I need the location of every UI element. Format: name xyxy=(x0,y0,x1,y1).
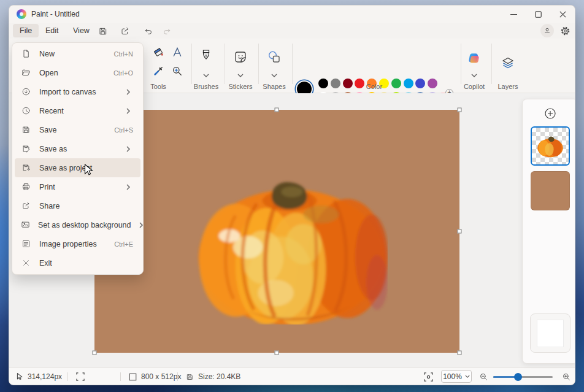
selection-size-status xyxy=(76,368,85,385)
fit-to-screen-button[interactable] xyxy=(424,368,433,385)
redo-icon[interactable] xyxy=(160,25,174,38)
canvas-handle-top-right[interactable] xyxy=(458,108,462,112)
save-project-icon xyxy=(21,163,31,172)
brushes-icon[interactable] xyxy=(199,49,213,65)
background-layer-item[interactable] xyxy=(530,313,571,353)
window-title: Paint - Untitled xyxy=(31,10,80,18)
shapes-chevron-icon[interactable] xyxy=(271,74,277,77)
menu-item-import-to-canvas[interactable]: Import to canvas xyxy=(15,82,140,101)
file-menu-dropdown: New Ctrl+N Open Ctrl+O Import to canvas … xyxy=(12,42,144,275)
selection-icon xyxy=(76,372,85,381)
copilot-icon[interactable] xyxy=(467,52,481,65)
minimize-button[interactable] xyxy=(501,6,526,23)
cursor-position-status: 314,124px xyxy=(15,368,62,385)
fill-tool-icon[interactable] xyxy=(152,45,165,59)
close-button[interactable] xyxy=(550,6,575,23)
menu-item-save-as[interactable]: Save as xyxy=(15,139,140,158)
title-bar: Paint - Untitled xyxy=(9,6,575,23)
canvas[interactable] xyxy=(94,110,459,353)
exit-icon xyxy=(21,259,31,267)
zoom-slider[interactable] xyxy=(493,376,553,378)
tools-group-label: Tools xyxy=(150,83,166,90)
undo-icon[interactable] xyxy=(142,25,155,38)
zoom-out-button[interactable] xyxy=(479,368,488,385)
menu-item-recent[interactable]: Recent xyxy=(15,101,140,120)
paint-window: Paint - Untitled File Edit View xyxy=(9,5,575,385)
zoom-slider-thumb[interactable] xyxy=(514,373,522,381)
color-swatch[interactable] xyxy=(428,79,437,88)
stickers-group-label: Stickers xyxy=(228,83,252,90)
view-menu-button[interactable]: View xyxy=(66,24,96,37)
stickers-chevron-icon[interactable] xyxy=(237,74,244,77)
recent-clock-icon xyxy=(21,106,31,115)
magnifier-tool-icon[interactable] xyxy=(171,65,183,77)
stickers-icon[interactable] xyxy=(233,50,248,64)
layers-panel xyxy=(522,99,575,364)
eyedropper-tool-icon[interactable] xyxy=(152,65,164,77)
zoom-dropdown-chevron-icon xyxy=(465,375,470,378)
color-group-label: Color xyxy=(366,83,382,90)
menu-item-save[interactable]: Save Ctrl+S xyxy=(15,120,140,139)
canvas-handle-bottom-left[interactable] xyxy=(93,351,97,355)
edit-menu-button[interactable]: Edit xyxy=(39,24,66,37)
brushes-chevron-icon[interactable] xyxy=(203,74,209,77)
color-swatch[interactable] xyxy=(343,79,353,88)
mouse-cursor xyxy=(84,164,93,177)
new-document-icon xyxy=(21,49,31,58)
color-swatch[interactable] xyxy=(415,79,425,88)
canvas-handle-top-mid[interactable] xyxy=(275,108,279,112)
print-icon xyxy=(21,182,31,191)
menu-item-share[interactable]: Share xyxy=(15,196,140,215)
paint-app-icon xyxy=(17,9,26,19)
share-icon[interactable] xyxy=(118,25,132,38)
open-folder-icon xyxy=(21,68,31,77)
maximize-button[interactable] xyxy=(526,6,550,23)
cursor-position-icon xyxy=(15,372,23,381)
canvas-handle-bottom-mid[interactable] xyxy=(275,351,279,355)
canvas-size-icon xyxy=(129,373,137,381)
zoom-in-button[interactable] xyxy=(562,368,571,385)
submenu-chevron-icon xyxy=(123,184,133,190)
color-swatch[interactable] xyxy=(391,79,401,88)
image-properties-icon xyxy=(21,239,31,248)
text-tool-icon[interactable] xyxy=(171,46,183,58)
save-icon xyxy=(21,125,31,134)
color-swatch[interactable] xyxy=(318,79,328,88)
menu-item-image-properties[interactable]: Image properties Ctrl+E xyxy=(15,234,140,253)
zoom-level-dropdown[interactable]: 100% xyxy=(441,370,472,383)
menu-item-print[interactable]: Print xyxy=(15,177,140,196)
submenu-chevron-icon xyxy=(123,89,133,95)
shapes-icon[interactable] xyxy=(267,50,282,64)
account-icon[interactable] xyxy=(540,24,554,37)
submenu-chevron-icon xyxy=(139,222,143,228)
menu-bar: File Edit View xyxy=(9,23,575,39)
menu-item-exit[interactable]: Exit xyxy=(15,253,140,272)
save-icon[interactable] xyxy=(96,25,110,38)
pumpkin-drawing xyxy=(191,166,388,325)
canvas-handle-right-mid[interactable] xyxy=(458,229,462,234)
layers-icon[interactable] xyxy=(501,56,515,71)
color-swatch[interactable] xyxy=(355,79,364,88)
shapes-group-label: Shapes xyxy=(263,83,285,90)
layers-group-label: Layers xyxy=(498,83,518,90)
layer-thumbnail-pumpkin[interactable] xyxy=(531,126,570,166)
menu-item-new[interactable]: New Ctrl+N xyxy=(15,44,140,63)
submenu-chevron-icon xyxy=(123,108,133,114)
menu-item-save-as-project[interactable]: Save as project xyxy=(15,158,140,177)
menu-item-set-as-desktop-background[interactable]: Set as desktop background xyxy=(15,215,140,234)
share-icon xyxy=(21,201,31,210)
file-menu-button[interactable]: File xyxy=(13,24,39,37)
color-swatch[interactable] xyxy=(331,79,340,88)
color-swatch[interactable] xyxy=(404,79,413,88)
layer-thumbnail-background-fill[interactable] xyxy=(531,171,570,210)
save-as-icon xyxy=(21,144,31,153)
file-size-status: Size: 20.4KB xyxy=(186,368,240,385)
desktop-background-icon xyxy=(21,220,30,229)
add-layer-button[interactable] xyxy=(544,107,557,120)
file-size-icon xyxy=(186,373,194,381)
canvas-handle-bottom-right[interactable] xyxy=(458,351,462,355)
settings-gear-icon[interactable] xyxy=(558,24,572,37)
menu-item-open[interactable]: Open Ctrl+O xyxy=(15,63,140,82)
copilot-chevron-icon[interactable] xyxy=(471,74,477,77)
status-bar: 314,124px 800 x 512px Size: 20.4KB 100% xyxy=(9,367,575,385)
